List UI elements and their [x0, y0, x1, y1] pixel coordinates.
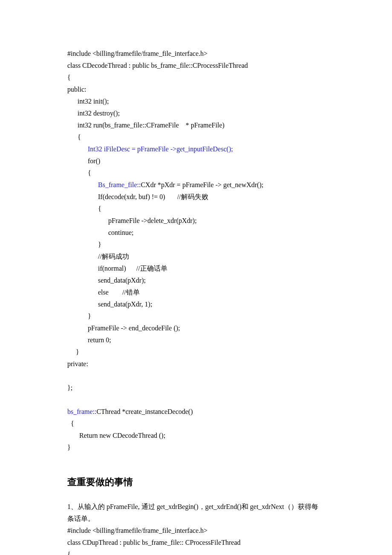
code-line	[67, 145, 88, 153]
code-line: for()	[67, 157, 100, 165]
paragraph: 1、从输入的 pFrameFile, 通过 get_xdrBegin()，get…	[67, 501, 325, 525]
code-highlight: bs_frame::	[67, 408, 96, 415]
code-line	[67, 181, 98, 188]
code-highlight: Int32 iFileDesc = pFrameFile ->get_input…	[88, 145, 233, 153]
code-line: {	[67, 169, 91, 176]
code-line: {	[67, 133, 81, 141]
code-line: }	[67, 444, 71, 451]
code-block-2: #include <billing/framefile/frame_file_i…	[67, 525, 325, 555]
code-line: return 0;	[67, 336, 111, 344]
code-line: {	[67, 420, 74, 427]
code-highlight: Bs_frame_file::	[98, 181, 141, 188]
code-line: send_data(pXdr, 1);	[67, 301, 152, 308]
code-line: else //错单	[67, 289, 140, 296]
code-block-1: #include <billing/framefile/frame_file_i…	[67, 48, 325, 454]
code-line: CThread *create_instanceDecode()	[96, 408, 193, 415]
code-line: {	[67, 205, 101, 212]
code-line: }	[67, 241, 101, 248]
code-line: {	[67, 551, 71, 555]
document-page: #include <billing/framefile/frame_file_i…	[0, 0, 392, 555]
code-line: //解码成功	[67, 253, 129, 260]
code-line: public:	[67, 86, 86, 93]
code-line: continue;	[67, 229, 134, 236]
code-line: int32 run(bs_frame_file::CFrameFile * pF…	[67, 121, 225, 129]
code-line: CXdr *pXdr = pFrameFile -> get_newXdr();	[141, 181, 263, 188]
code-line: };	[67, 384, 72, 391]
code-line: class CDupThread : public bs_frame_file:…	[67, 539, 241, 546]
code-line: If(decode(xdr, buf) != 0) //解码失败	[67, 193, 208, 200]
code-line: class CDecodeThread : public bs_frame_fi…	[67, 62, 248, 69]
section-heading: 查重要做的事情	[67, 474, 325, 491]
code-line: private:	[67, 360, 88, 367]
code-line: pFrameFile ->delete_xdr(pXdr);	[67, 217, 197, 224]
code-line: Return new CDecodeThread ();	[67, 432, 165, 439]
code-line: }	[67, 348, 79, 356]
code-line: pFrameFile -> end_decodeFile ();	[67, 324, 180, 332]
code-line: #include <billing/framefile/frame_file_i…	[67, 527, 208, 534]
code-line: int32 init();	[67, 98, 109, 105]
code-line: #include <billing/framefile/frame_file_i…	[67, 50, 208, 57]
code-line: {	[67, 74, 71, 81]
code-line: if(normal) //正确话单	[67, 265, 167, 272]
code-line: }	[67, 312, 91, 320]
code-line: send_data(pXdr);	[67, 277, 146, 284]
code-line: int32 destroy();	[67, 110, 120, 117]
